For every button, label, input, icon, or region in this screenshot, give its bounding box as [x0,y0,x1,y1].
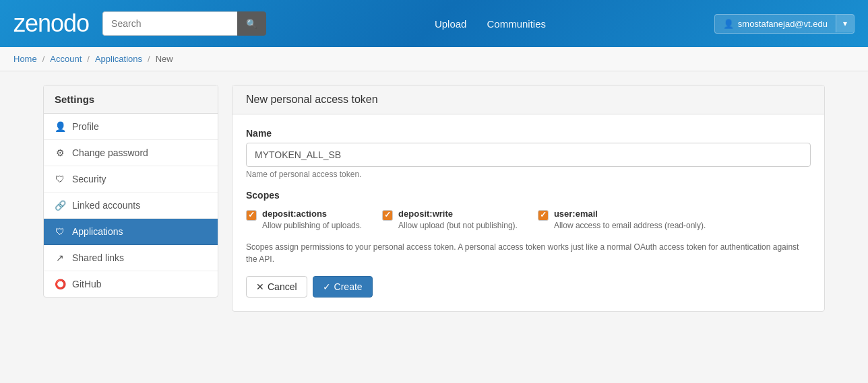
change-password-icon: ⚙ [55,147,65,158]
cancel-button[interactable]: ✕ Cancel [246,276,307,298]
user-dropdown-caret[interactable]: ▾ [836,15,854,32]
scope-deposit-actions-desc: Allow publishing of uploads. [262,220,362,232]
sidebar-item-github[interactable]: ⭕ GitHub [44,271,218,297]
sidebar-label-shared-links: Shared links [72,252,124,263]
sidebar-label-github: GitHub [72,279,102,289]
scopes-note: Scopes assign permissions to your person… [246,241,811,265]
scopes-grid: deposit:actions Allow publishing of uplo… [246,209,811,232]
shared-links-icon: ↗ [55,252,65,263]
user-icon: 👤 [723,19,734,29]
github-icon: ⭕ [55,279,65,289]
token-name-input[interactable] [246,143,811,167]
search-button[interactable]: 🔍 [237,11,266,36]
scope-deposit-write-desc: Allow upload (but not publishing). [398,220,518,232]
name-help-text: Name of personal access token. [246,170,811,179]
breadcrumb-home[interactable]: Home [13,54,37,64]
security-icon: 🛡 [55,174,65,184]
scope-user-email-checkbox[interactable] [538,210,549,221]
scopes-title: Scopes [246,190,811,201]
header: zenodo 🔍 Upload Communities 👤 smostafane… [0,0,868,47]
breadcrumb-sep-2: / [87,54,90,64]
create-button[interactable]: ✓ Create [313,276,373,298]
sidebar-item-change-password[interactable]: ⚙ Change password [44,140,218,166]
create-label: Create [334,281,363,292]
nav-upload[interactable]: Upload [435,18,467,30]
breadcrumb: Home / Account / Applications / New [13,54,855,64]
sidebar-item-security[interactable]: 🛡 Security [44,166,218,193]
scopes-group: Scopes deposit:actions Allow publishing … [246,190,811,265]
sidebar-item-profile[interactable]: 👤 Profile [44,114,218,140]
breadcrumb-applications[interactable]: Applications [95,54,142,64]
breadcrumb-account[interactable]: Account [50,54,82,64]
create-icon: ✓ [323,281,331,292]
breadcrumb-sep-1: / [42,54,45,64]
scope-user-email-desc: Allow access to email address (read-only… [554,220,706,232]
scope-deposit-write: deposit:write Allow upload (but not publ… [382,209,518,232]
cancel-label: Cancel [268,281,297,292]
scope-user-email-name: user:email [554,209,706,219]
breadcrumb-current: New [156,54,173,64]
search-container: 🔍 [102,11,266,36]
name-group: Name Name of personal access token. [246,128,811,179]
sidebar-label-change-password: Change password [72,147,148,158]
sidebar-label-applications: Applications [72,226,123,237]
applications-icon: 🛡 [55,226,65,237]
user-name: smostafanejad@vt.edu [738,19,828,29]
scope-deposit-write-checkbox[interactable] [382,210,393,221]
sidebar-item-linked-accounts[interactable]: 🔗 Linked accounts [44,193,218,219]
header-left: zenodo 🔍 [13,9,266,38]
linked-accounts-icon: 🔗 [55,200,65,211]
user-menu-button[interactable]: 👤 smostafanejad@vt.edu [715,15,836,33]
content-body: Name Name of personal access token. Scop… [232,114,824,311]
main-nav: Upload Communities [435,18,546,30]
nav-communities[interactable]: Communities [487,18,546,30]
logo[interactable]: zenodo [13,9,89,38]
sidebar-title: Settings [44,85,218,114]
user-dropdown: 👤 smostafanejad@vt.edu ▾ [714,14,855,34]
scope-deposit-actions-name: deposit:actions [262,209,362,219]
scope-deposit-actions: deposit:actions Allow publishing of uplo… [246,209,362,232]
name-label: Name [246,128,811,139]
form-actions: ✕ Cancel ✓ Create [246,276,811,298]
content-panel: New personal access token Name Name of p… [232,85,825,312]
content-title: New personal access token [232,85,824,114]
breadcrumb-bar: Home / Account / Applications / New [0,47,868,71]
cancel-icon: ✕ [256,281,264,292]
main-content: Settings 👤 Profile ⚙ Change password 🛡 S… [30,85,838,312]
scope-deposit-write-name: deposit:write [398,209,518,219]
sidebar-label-linked-accounts: Linked accounts [72,200,140,211]
breadcrumb-sep-3: / [148,54,150,64]
scope-user-email: user:email Allow access to email address… [538,209,706,232]
sidebar-label-profile: Profile [72,121,99,132]
sidebar-item-applications[interactable]: 🛡 Applications [44,219,218,245]
scope-deposit-actions-checkbox[interactable] [246,210,257,221]
sidebar-item-shared-links[interactable]: ↗ Shared links [44,245,218,271]
search-input[interactable] [102,11,237,36]
profile-icon: 👤 [55,121,65,132]
search-icon: 🔍 [246,19,257,29]
sidebar-label-security: Security [72,174,106,184]
sidebar: Settings 👤 Profile ⚙ Change password 🛡 S… [43,85,218,298]
